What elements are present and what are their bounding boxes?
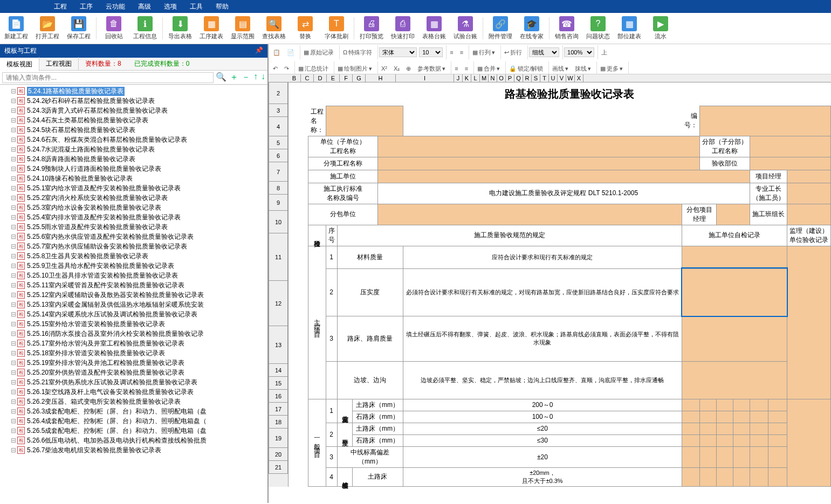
ref-btn[interactable]: 参考数据 ▾	[415, 64, 448, 73]
menu-工序[interactable]: 工序	[80, 2, 93, 11]
tb-在线专家[interactable]: 🎓在线专家	[517, 15, 547, 42]
tb-导出表格[interactable]: ⬇导出表格	[165, 15, 195, 42]
tree-item[interactable]: ⊟检5.25.18室外排水管道安装检验批质量验收记录表	[0, 348, 267, 358]
merge-btn[interactable]: ▦ 合并 ▾	[475, 64, 502, 73]
tb-查找表格[interactable]: 🔍查找表格	[259, 15, 289, 42]
menu-选项[interactable]: 选项	[164, 2, 177, 11]
tb-销售咨询[interactable]: ☎销售咨询	[552, 15, 582, 42]
tb-快速打印[interactable]: ⎙快速打印	[388, 15, 418, 42]
search-icon[interactable]: 🔍	[216, 72, 226, 83]
tb-显示范围[interactable]: ▤显示范围	[228, 15, 258, 42]
tb-表格台账[interactable]: ▦表格台账	[419, 15, 449, 42]
tb-新建工程[interactable]: 📄新建工程	[1, 15, 31, 42]
tb-试验台账[interactable]: ⚗试验台账	[450, 15, 480, 42]
valign2-icon[interactable]: ≡	[463, 65, 470, 72]
menu-云功能[interactable]: 云功能	[106, 2, 125, 11]
remove-icon[interactable]: －	[242, 72, 250, 83]
stat-btn[interactable]: ▦ 汇总统计	[296, 64, 331, 73]
tree-item[interactable]: ⊟检5.25.3室内给水设备安装检验批质量验收记录表	[0, 203, 267, 212]
tree-item[interactable]: ⊟检5.24.6石灰、粉煤灰类混合料基层检验批质量验收记录表	[0, 135, 267, 144]
tree-item[interactable]: ⊟检5.24.4石灰土类基层检验批质量验收记录表	[0, 115, 267, 125]
menu-工程[interactable]: 工程	[54, 2, 67, 11]
sub-icon[interactable]: X₂	[392, 65, 402, 73]
add-icon[interactable]: ＋	[230, 72, 238, 83]
tree-item[interactable]: ⊟检5.25.10卫生器具排水管道安装检验批质量验收记录表	[0, 271, 267, 280]
tb-保存工程[interactable]: 💾保存工程	[64, 15, 94, 42]
font-select[interactable]: 宋体	[379, 47, 417, 57]
align-left-icon[interactable]: ≡	[448, 49, 455, 56]
tb-打印预览[interactable]: 🖨打印预览	[356, 15, 387, 42]
tab-project-view[interactable]: 工程视图	[39, 57, 79, 71]
tb-流水[interactable]: ▶流水	[645, 15, 676, 42]
zoom-select[interactable]: 100%	[564, 47, 594, 57]
tree-item[interactable]: ⊟检5.26.6低压电动机、电加热器及电动执行机构检查接线检验批质	[0, 436, 267, 445]
copy-icon[interactable]: 📋	[271, 49, 283, 57]
line-select[interactable]: 细线	[529, 47, 559, 57]
tree[interactable]: ⊟检5.24.1路基检验批质量验收记录表⊟检5.24.2砂石和碎石基层检验批质量…	[0, 85, 267, 503]
tree-item[interactable]: ⊟检5.26.2变压器、箱式变电所安装检验批质量验收记录表	[0, 397, 267, 406]
panel-pin-icon[interactable]: 📌	[255, 46, 263, 56]
tree-item[interactable]: ⊟检5.25.19室外排水管沟及井池工程检验批质量验收记录表	[0, 358, 267, 368]
tb-工程信息[interactable]: ℹ工程信息	[130, 15, 160, 42]
tree-item[interactable]: ⊟检5.26.1架空线路及杆上电气设备安装检验批质量验收记录表	[0, 387, 267, 397]
selected-cell[interactable]	[682, 268, 787, 316]
tree-item[interactable]: ⊟检5.25.4室内排水管道及配件安装检验批质量验收记录表	[0, 212, 267, 222]
more-btn[interactable]: ▦ 更多 ▾	[598, 64, 625, 73]
tree-item[interactable]: ⊟检5.25.20室外供热管道及配件安装检验批质量验收记录表	[0, 368, 267, 377]
tree-item[interactable]: ⊟检5.25.14室内采暖系统水压试验及调试检验批质量验收记录表	[0, 309, 267, 319]
tb-问题状态[interactable]: ?问题状态	[583, 15, 613, 42]
tree-item[interactable]: ⊟检5.25.13室内采暖金属辐射及供低温热水地板辐射采暖系统安装	[0, 300, 267, 309]
tree-item[interactable]: ⊟检5.25.7室内热水供应辅助设备安装检验批质量验收记录表	[0, 241, 267, 251]
img-btn[interactable]: ▦ 绘制图片 ▾	[335, 64, 374, 73]
tree-item[interactable]: ⊟检5.24.8沥青路面检验批质量验收记录表	[0, 154, 267, 164]
tree-item[interactable]: ⊟检5.24.3沥青贯入式碎石基层检验批质量验收记录表	[0, 106, 267, 115]
subunit-cell[interactable]	[750, 136, 830, 157]
tree-item[interactable]: ⊟检5.25.15室外给水管道安装检验批质量验收记录表	[0, 319, 267, 329]
menu-帮助[interactable]: 帮助	[216, 2, 229, 11]
tab-template-view[interactable]: 模板视图	[0, 57, 39, 71]
wrap-btn[interactable]: ↩ 折行	[502, 48, 524, 57]
tree-item[interactable]: ⊟检5.25.5雨水管道及配件安装检验批质量验收记录表	[0, 222, 267, 232]
menu-工具[interactable]: 工具	[190, 2, 203, 11]
undo-icon[interactable]: ↶	[271, 65, 280, 73]
rowcol-btn[interactable]: ▦ 行列 ▾	[470, 48, 497, 57]
lock-btn[interactable]: 🔒 锁定/解锁	[507, 64, 545, 73]
tree-item[interactable]: ⊟检5.26.3成套配电柜、控制柜（屏、台）和动力、照明配电箱（盘	[0, 406, 267, 416]
tree-item[interactable]: ⊟检5.24.5块石基层检验批质量验收记录表	[0, 125, 267, 135]
tb-字体批刷[interactable]: T字体批刷	[321, 15, 352, 42]
unit-cell[interactable]	[377, 136, 699, 157]
menu-高级[interactable]: 高级	[138, 2, 151, 11]
tree-item[interactable]: ⊟检5.26.4成套配电柜、控制柜（屏、台）和动力、照明配电箱盘（	[0, 416, 267, 426]
spreadsheet[interactable]: BCDEFGHIJKLMNOPQRSTUVWX 2345678910111213…	[269, 74, 831, 503]
tb-部位建表[interactable]: ▦部位建表	[614, 15, 644, 42]
proj-name-cell[interactable]	[326, 106, 403, 136]
search-input[interactable]	[2, 72, 214, 83]
up-icon[interactable]: ↑	[253, 72, 258, 83]
tb-附件管理[interactable]: 🔗附件管理	[485, 15, 516, 42]
tree-item[interactable]: ⊟检5.25.16消防水泵接合器及室外消火栓安装检验批质量验收记录	[0, 329, 267, 339]
tree-item[interactable]: ⊟检5.24.7水泥混凝土路面检验批质量验收记录表	[0, 144, 267, 154]
tb-替换[interactable]: ⇄替换	[290, 15, 320, 42]
tree-item[interactable]: ⊟检5.25.8卫生器具安装检验批质量验收记录表	[0, 251, 267, 261]
tree-item[interactable]: ⊟检5.24.9预制块人行道路面检验批质量验收记录表	[0, 164, 267, 174]
up-btn[interactable]: 上	[599, 45, 609, 59]
tb-回收站[interactable]: 🗑回收站	[99, 15, 129, 42]
tree-item[interactable]: ⊟检5.25.2室内消火栓系统安装检验批质量验收记录表	[0, 193, 267, 203]
sup-icon[interactable]: X²	[379, 65, 389, 72]
tree-item[interactable]: ⊟检5.24.1路基检验批质量验收记录表	[0, 86, 267, 96]
num-cell[interactable]	[699, 106, 830, 136]
special-char-btn[interactable]: Ω 特殊字符	[341, 48, 374, 57]
tb-打开工程[interactable]: 📂打开工程	[32, 15, 63, 42]
down-icon[interactable]: ↓	[261, 72, 265, 83]
tree-item[interactable]: ⊟检5.24.10路缘石检验批质量验收记录表	[0, 174, 267, 183]
tree-item[interactable]: ⊟检5.25.21室外供热系统水压试验及调试检验批质量验收记录表	[0, 377, 267, 387]
border-btn[interactable]: 画线 ▾	[550, 64, 571, 73]
redo-icon[interactable]: ↷	[282, 65, 291, 73]
tb-工序建表[interactable]: ▦工序建表	[196, 15, 226, 42]
tree-item[interactable]: ⊟检5.25.12室内采暖辅助设备及散热器安装检验批质量验收记录表	[0, 290, 267, 300]
align-center-icon[interactable]: ≡	[458, 49, 465, 56]
paste-icon[interactable]: 📄	[285, 49, 297, 57]
tree-item[interactable]: ⊟检5.25.6室内热水供应管道及配件安装检验批质量验收记录表	[0, 232, 267, 241]
tree-item[interactable]: ⊟检5.26.5成套配电柜、控制柜（屏、台）和动力、照明配电箱（盘	[0, 426, 267, 436]
tree-item[interactable]: ⊟检5.25.1室内给水管道及配件安装检验批质量验收记录表	[0, 183, 267, 193]
